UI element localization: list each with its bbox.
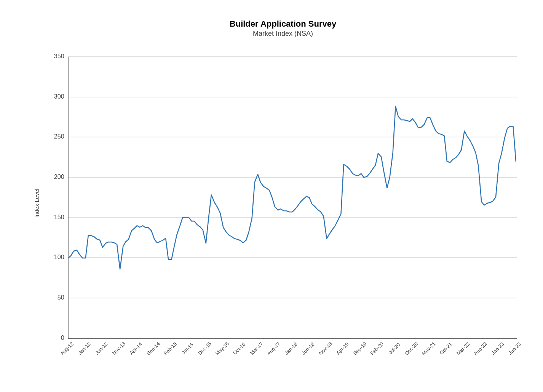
svg-text:Feb-15: Feb-15 <box>163 341 178 356</box>
svg-text:Nov-18: Nov-18 <box>318 341 333 356</box>
svg-text:Jan-18: Jan-18 <box>284 341 299 356</box>
svg-text:May-16: May-16 <box>214 341 230 356</box>
svg-text:0: 0 <box>61 334 64 341</box>
svg-text:50: 50 <box>57 294 64 301</box>
chart-line <box>68 106 516 269</box>
svg-text:150: 150 <box>54 214 64 220</box>
svg-text:Dec-15: Dec-15 <box>197 341 212 356</box>
svg-text:Sep-19: Sep-19 <box>352 341 368 356</box>
svg-text:350: 350 <box>54 53 64 59</box>
chart-subtitle: Market Index (NSA) <box>45 30 521 38</box>
svg-text:200: 200 <box>54 173 64 180</box>
svg-text:Oct-21: Oct-21 <box>438 341 453 356</box>
svg-text:Aug-22: Aug-22 <box>473 341 488 356</box>
chart-title: Builder Application Survey <box>45 19 521 29</box>
svg-text:Mar-17: Mar-17 <box>249 341 264 356</box>
svg-text:100: 100 <box>54 253 64 260</box>
y-axis-label: Index Level <box>34 189 40 218</box>
svg-text:Apr-14: Apr-14 <box>128 341 143 356</box>
svg-text:Apr-19: Apr-19 <box>335 341 350 356</box>
svg-text:Dec-20: Dec-20 <box>404 341 419 356</box>
svg-text:Jan-13: Jan-13 <box>77 341 92 356</box>
svg-text:250: 250 <box>54 133 64 140</box>
svg-text:Aug-12: Aug-12 <box>59 341 75 356</box>
svg-text:Jun-23: Jun-23 <box>507 341 522 356</box>
svg-text:Jun-18: Jun-18 <box>300 341 315 356</box>
svg-text:Nov-13: Nov-13 <box>111 341 127 356</box>
svg-text:May-21: May-21 <box>421 341 437 356</box>
svg-text:Jan-23: Jan-23 <box>490 341 505 356</box>
svg-text:Jul-20: Jul-20 <box>387 342 401 355</box>
chart-container: Builder Application Survey Market Index … <box>14 11 529 381</box>
svg-text:Feb-20: Feb-20 <box>369 341 385 356</box>
chart-svg: 0 50 100 150 200 250 300 350 Aug-12 Jan-… <box>45 45 521 361</box>
svg-text:Sep-14: Sep-14 <box>145 341 161 356</box>
svg-text:Mar-22: Mar-22 <box>455 341 471 356</box>
svg-text:Jun-13: Jun-13 <box>94 341 109 356</box>
chart-area: Index Level 0 50 100 150 200 250 300 35 <box>45 45 521 361</box>
svg-text:Jul-15: Jul-15 <box>181 342 195 355</box>
svg-text:300: 300 <box>54 93 64 100</box>
svg-text:Oct-16: Oct-16 <box>232 341 247 356</box>
svg-text:Aug-17: Aug-17 <box>266 341 281 356</box>
